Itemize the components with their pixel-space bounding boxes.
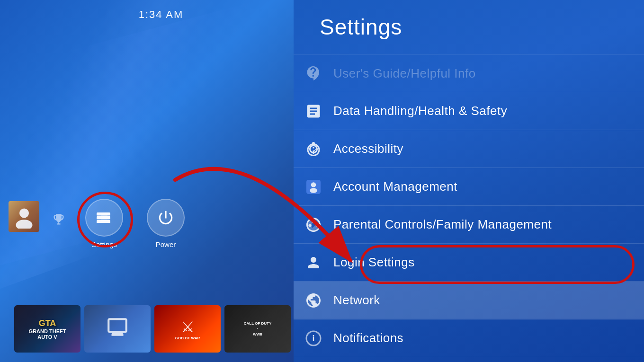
svg-rect-5 — [97, 212, 110, 215]
right-panel: Settings User's Guide/Helpful Info Data … — [294, 0, 644, 362]
time-display: 1:34 AM — [139, 9, 184, 21]
settings-item-network[interactable]: Network — [294, 282, 644, 319]
network-icon — [303, 290, 324, 311]
settings-item-accessibility[interactable]: Accessibility — [294, 130, 644, 168]
svg-point-1 — [16, 220, 32, 229]
parental-controls-icon — [303, 214, 324, 235]
settings-title: Settings — [320, 14, 402, 40]
settings-item-parental-controls[interactable]: Parental Controls/Family Management — [294, 206, 644, 244]
parental-controls-label: Parental Controls/Family Management — [333, 217, 552, 232]
gta-text: GRAND THEFTAUTO V — [29, 328, 66, 340]
svg-point-10 — [311, 182, 316, 187]
login-label: Login Settings — [333, 255, 415, 270]
users-guide-icon — [303, 63, 324, 84]
network-label: Network — [333, 293, 380, 308]
power-label: Power — [156, 240, 176, 248]
accessibility-icon — [303, 139, 324, 159]
profile-image — [9, 201, 39, 232]
settings-icon-circle — [85, 199, 123, 237]
middle-icons: Settings Power — [85, 199, 185, 248]
login-icon — [303, 252, 324, 273]
settings-menu: User's Guide/Helpful Info Data Handling/… — [294, 54, 644, 362]
accessibility-label: Accessibility — [333, 141, 403, 156]
gta-thumbnail[interactable]: GTA GRAND THEFTAUTO V — [14, 305, 80, 353]
svg-point-14 — [316, 224, 319, 227]
settings-item-notifications[interactable]: i Notifications — [294, 319, 644, 357]
users-guide-label: User's Guide/Helpful Info — [333, 66, 476, 81]
data-handling-label: Data Handling/Health & Safety — [333, 104, 507, 118]
svg-point-13 — [309, 224, 312, 227]
svg-point-0 — [19, 208, 29, 218]
settings-item-users-guide[interactable]: User's Guide/Helpful Info — [294, 54, 644, 92]
svg-text:i: i — [312, 334, 314, 343]
settings-item-devices[interactable]: Devices — [294, 357, 644, 362]
settings-item-login[interactable]: Login Settings — [294, 244, 644, 282]
monitor-icon — [106, 315, 129, 343]
power-icon-item[interactable]: Power — [147, 199, 185, 248]
monitor-thumbnail[interactable] — [84, 305, 151, 353]
settings-label: Settings — [91, 240, 117, 248]
account-management-icon — [303, 177, 324, 197]
game-thumbnails: GTA GRAND THEFTAUTO V ⚔ GOD OF WAR CALL … — [14, 305, 291, 353]
settings-icon-item[interactable]: Settings — [85, 199, 123, 248]
svg-rect-4 — [98, 220, 108, 222]
data-handling-icon — [303, 101, 324, 122]
svg-point-12 — [312, 221, 315, 223]
notifications-icon: i — [303, 328, 324, 349]
settings-item-account-management[interactable]: Account Management — [294, 168, 644, 206]
cod-thumbnail[interactable]: CALL OF DUTY⬝WWII — [224, 305, 291, 353]
power-icon-circle — [147, 199, 185, 237]
cod-text: CALL OF DUTY⬝WWII — [244, 321, 272, 337]
svg-point-11 — [310, 188, 317, 193]
svg-rect-2 — [98, 213, 108, 216]
gta-logo: GTA — [39, 318, 56, 328]
god-thumbnail[interactable]: ⚔ GOD OF WAR — [154, 305, 221, 353]
god-text: GOD OF WAR — [175, 336, 200, 340]
notifications-label: Notifications — [333, 331, 403, 345]
settings-item-data-handling[interactable]: Data Handling/Health & Safety — [294, 92, 644, 130]
trophy-icon — [52, 213, 65, 229]
account-management-label: Account Management — [333, 179, 457, 194]
svg-rect-3 — [98, 217, 108, 219]
svg-rect-7 — [97, 220, 110, 223]
left-panel: 1:34 AM Sett — [0, 0, 322, 362]
svg-rect-6 — [97, 216, 110, 219]
